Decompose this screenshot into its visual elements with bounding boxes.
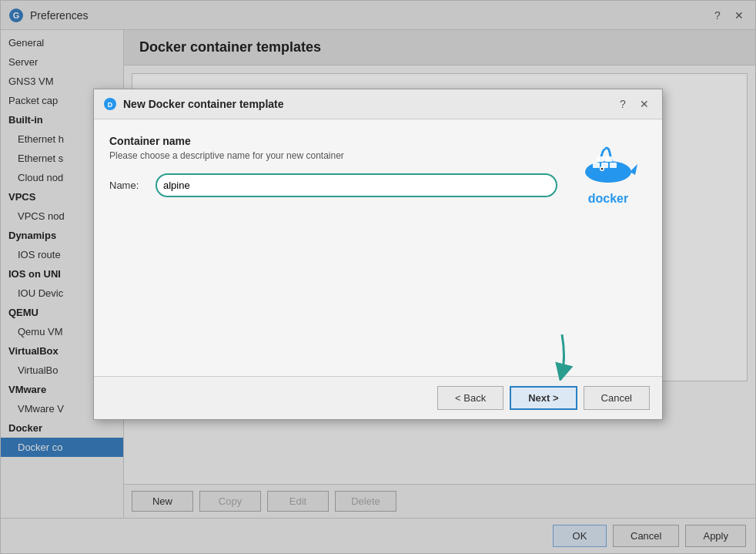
docker-logo: docker <box>577 143 639 206</box>
form-row-name: Name: <box>109 173 557 197</box>
dialog-title-text: New Docker container template <box>123 98 284 110</box>
svg-rect-9 <box>601 163 608 168</box>
docker-icon-small: D <box>103 97 117 111</box>
dialog-body: Container name Please choose a descripti… <box>94 119 662 376</box>
section-title: Container name <box>109 135 557 147</box>
name-label: Name: <box>109 180 148 191</box>
back-button[interactable]: < Back <box>437 386 503 410</box>
section-subtitle: Please choose a descriptive name for you… <box>109 150 557 161</box>
dialog-overlay: D New Docker container template ? ✕ Cont… <box>1 1 755 553</box>
container-name-input[interactable] <box>156 173 557 197</box>
new-docker-dialog: D New Docker container template ? ✕ Cont… <box>93 89 663 420</box>
dialog-help-button[interactable]: ? <box>614 96 631 112</box>
dialog-close-button[interactable]: ✕ <box>636 96 653 112</box>
next-button[interactable]: Next > <box>510 386 577 410</box>
dialog-footer: < Back Next > Cancel <box>94 376 662 419</box>
dialog-spacer <box>109 206 557 361</box>
docker-logo-text: docker <box>588 192 628 206</box>
svg-rect-10 <box>610 163 617 168</box>
svg-text:D: D <box>108 101 113 109</box>
main-window: G Preferences ? ✕ General Server GNS3 VM… <box>0 0 756 554</box>
svg-rect-12 <box>605 156 612 162</box>
name-input-wrapper <box>156 173 557 197</box>
dialog-right: docker <box>570 135 647 361</box>
dialog-title-left: D New Docker container template <box>103 97 284 111</box>
dialog-title-controls: ? ✕ <box>614 96 653 112</box>
dialog-left: Container name Please choose a descripti… <box>109 135 557 361</box>
docker-whale-icon <box>577 143 639 189</box>
dialog-cancel-button[interactable]: Cancel <box>584 386 650 410</box>
svg-rect-11 <box>597 156 604 162</box>
svg-rect-8 <box>593 163 600 168</box>
dialog-title-bar: D New Docker container template ? ✕ <box>94 89 662 119</box>
